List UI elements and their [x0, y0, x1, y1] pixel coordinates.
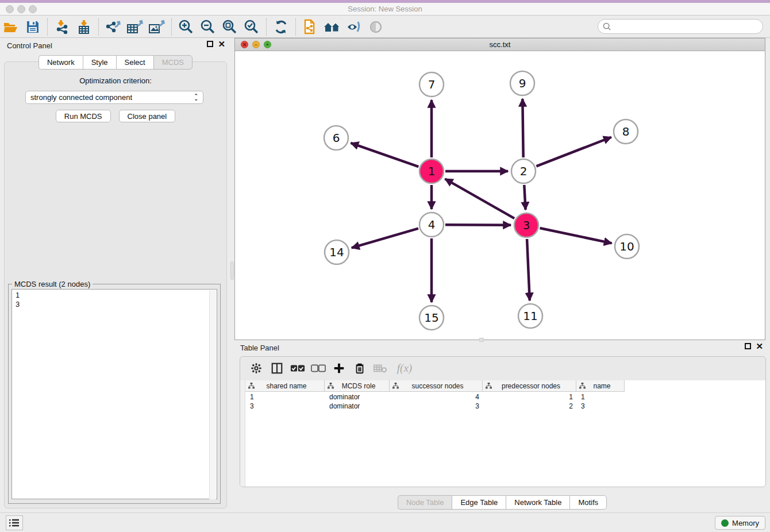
network-window-titlebar[interactable]: ✕ − + scc.txt — [235, 38, 765, 51]
close-table-panel-icon[interactable]: ✕ — [756, 343, 763, 349]
edge-2-to-3[interactable] — [524, 185, 525, 210]
zoom-out-icon — [200, 19, 216, 35]
edge-2-to-8[interactable] — [536, 137, 611, 167]
criterion-dropdown[interactable]: strongly connected component ⌃⌄ — [25, 91, 203, 104]
graph-node-label-7: 7 — [428, 78, 436, 91]
table-cell[interactable]: dominator — [325, 392, 390, 402]
float-panel-icon[interactable] — [207, 41, 213, 47]
export-network-button[interactable] — [102, 18, 124, 36]
table-header-row: shared nameMCDS rolesuccessor nodesprede… — [245, 380, 625, 392]
table-cell[interactable]: 3 — [390, 402, 483, 411]
row-gutter — [240, 380, 245, 487]
table-frame: f(x) shared nameMCDS rolesuccessor nodes… — [240, 356, 766, 487]
edge-3-to-10[interactable] — [540, 228, 611, 243]
search-icon — [603, 22, 611, 31]
close-panel-icon[interactable]: ✕ — [218, 41, 225, 47]
table-toolbar: f(x) — [240, 357, 765, 380]
result-scrollbar[interactable] — [209, 290, 216, 499]
network-canvas-svg[interactable]: 7968124314101511 — [236, 52, 764, 340]
memory-status-dot — [721, 519, 729, 527]
memory-button[interactable]: Memory — [715, 516, 765, 530]
tab-edge-table[interactable]: Edge Table — [452, 495, 506, 510]
deselect-all-columns-button[interactable] — [309, 360, 328, 377]
mcds-result-textarea[interactable]: 1 3 — [11, 289, 217, 499]
vertical-split-handle[interactable] — [230, 261, 234, 280]
tab-network[interactable]: Network — [38, 55, 83, 70]
zoom-out-button[interactable] — [197, 18, 219, 36]
refresh-icon — [274, 20, 288, 34]
home-button[interactable] — [321, 18, 343, 36]
control-panel: Control Panel ✕ NetworkStyleSelectMCDS O… — [0, 38, 231, 511]
table-cell[interactable]: dominator — [325, 402, 390, 411]
tab-style[interactable]: Style — [83, 55, 116, 70]
edge-3-to-1[interactable] — [445, 179, 514, 218]
delete-column-button[interactable] — [351, 360, 369, 377]
close-panel-button[interactable]: Close panel — [119, 110, 176, 122]
eye-disabled-button[interactable] — [365, 18, 387, 36]
export-table-icon — [126, 19, 144, 35]
select-all-columns-button[interactable] — [288, 360, 307, 377]
column-header-predecessor-nodes[interactable]: predecessor nodes — [483, 380, 576, 391]
zoom-fit-button[interactable] — [219, 18, 241, 36]
add-column-button[interactable] — [330, 360, 348, 377]
column-header-MCDS-role[interactable]: MCDS role — [325, 380, 390, 391]
open-session-button[interactable] — [0, 18, 22, 36]
table-cell[interactable]: 1 — [576, 392, 625, 402]
edge-4-to-14[interactable] — [352, 229, 418, 248]
column-header-shared-name[interactable]: shared name — [245, 380, 325, 391]
column-header-name[interactable]: name — [576, 380, 625, 391]
table-cell[interactable]: 3 — [245, 402, 325, 411]
tab-select[interactable]: Select — [116, 55, 153, 70]
edge-4-to-3[interactable] — [445, 225, 511, 225]
clone-network-button[interactable] — [299, 18, 321, 36]
export-image-button[interactable] — [146, 18, 168, 36]
criterion-selected-value: strongly connected component — [30, 93, 194, 102]
split-panel-button[interactable] — [268, 360, 286, 377]
run-mcds-button[interactable]: Run MCDS — [56, 110, 111, 122]
mcds-result-value: 3 — [16, 300, 217, 309]
fx-icon: f(x) — [397, 362, 412, 375]
tab-node-table[interactable]: Node Table — [398, 495, 452, 510]
network-view-window: ✕ − + scc.txt 7968124314101511 — [234, 38, 765, 340]
export-network-icon — [105, 19, 122, 35]
zoom-in-button[interactable] — [175, 18, 197, 36]
export-table-button[interactable] — [124, 18, 146, 36]
graph-node-label-11: 11 — [523, 309, 537, 323]
search-field[interactable] — [598, 19, 763, 34]
zoom-selected-button[interactable] — [241, 18, 263, 36]
tab-network-table[interactable]: Network Table — [506, 495, 569, 510]
search-input[interactable] — [611, 22, 763, 30]
style-visibility-button[interactable] — [343, 18, 365, 36]
table-row[interactable]: 3dominator323 — [245, 402, 625, 411]
hierarchy-icon — [392, 383, 399, 389]
import-network-button[interactable] — [51, 18, 73, 36]
import-network-icon — [54, 19, 70, 35]
save-session-button[interactable] — [22, 18, 44, 36]
toolbar-separator — [171, 18, 172, 36]
edge-1-to-6[interactable] — [351, 143, 418, 167]
table-cell[interactable]: 2 — [483, 402, 576, 411]
export-image-icon — [148, 19, 166, 35]
memory-label: Memory — [732, 519, 759, 527]
column-header-successor-nodes[interactable]: successor nodes — [390, 380, 483, 391]
float-table-panel-icon[interactable] — [745, 343, 751, 349]
split-columns-icon — [271, 362, 283, 375]
import-table-button[interactable] — [73, 18, 95, 36]
table-row[interactable]: 1dominator411 — [245, 392, 625, 402]
graph-node-label-8: 8 — [622, 125, 630, 138]
trash-icon — [354, 362, 365, 375]
table-settings-button[interactable] — [247, 360, 265, 377]
apply-layout-button[interactable] — [270, 18, 292, 36]
hierarchy-icon — [486, 383, 492, 389]
mcds-result-title: MCDS result (2 nodes) — [12, 280, 93, 288]
table-panel-title: Table Panel — [240, 344, 279, 352]
table-cell[interactable]: 4 — [390, 392, 483, 402]
table-cell[interactable]: 1 — [245, 392, 325, 402]
table-cell[interactable]: 3 — [576, 402, 625, 411]
edge-3-to-11[interactable] — [527, 239, 530, 300]
tab-motifs[interactable]: Motifs — [569, 495, 607, 510]
tab-mcds[interactable]: MCDS — [153, 55, 192, 70]
table-cell[interactable]: 1 — [483, 392, 576, 402]
show-task-history-button[interactable] — [6, 515, 23, 530]
edge-2-to-9[interactable] — [522, 99, 523, 157]
